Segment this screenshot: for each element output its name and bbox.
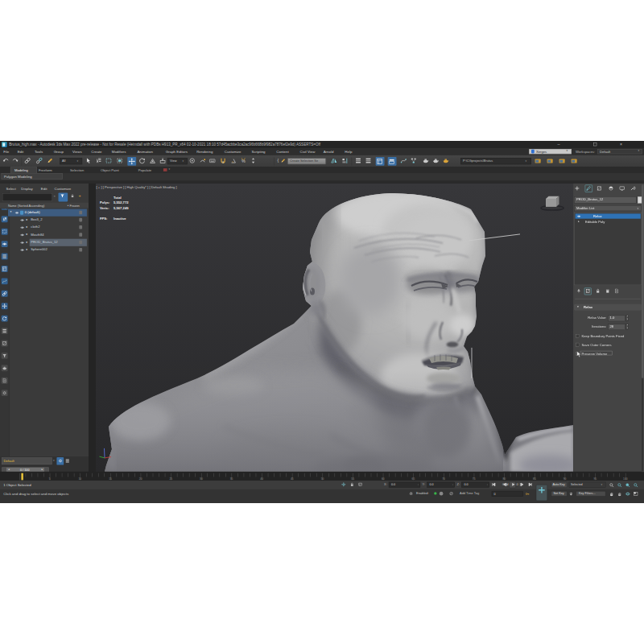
svg-text:75: 75: [473, 477, 476, 481]
svg-text:55: 55: [351, 477, 354, 481]
svg-text:5: 5: [49, 477, 51, 481]
svg-text:25: 25: [169, 477, 172, 481]
svg-text:80: 80: [502, 477, 506, 481]
svg-text:20: 20: [139, 477, 142, 481]
svg-text:35: 35: [230, 477, 233, 481]
svg-text:40: 40: [260, 477, 263, 481]
svg-text:95: 95: [593, 477, 597, 481]
svg-text:15: 15: [109, 477, 112, 481]
svg-text:3: 3: [222, 161, 224, 163]
svg-text:90: 90: [564, 477, 567, 481]
svg-text:50: 50: [321, 477, 324, 481]
svg-text:100: 100: [623, 477, 628, 481]
svg-text:65: 65: [412, 477, 415, 481]
svg-text:70: 70: [442, 477, 445, 481]
svg-text:30: 30: [200, 477, 203, 481]
svg-text:60: 60: [382, 477, 385, 481]
svg-text:45: 45: [291, 477, 294, 481]
svg-text:85: 85: [533, 477, 536, 481]
svg-text:10: 10: [79, 477, 82, 481]
